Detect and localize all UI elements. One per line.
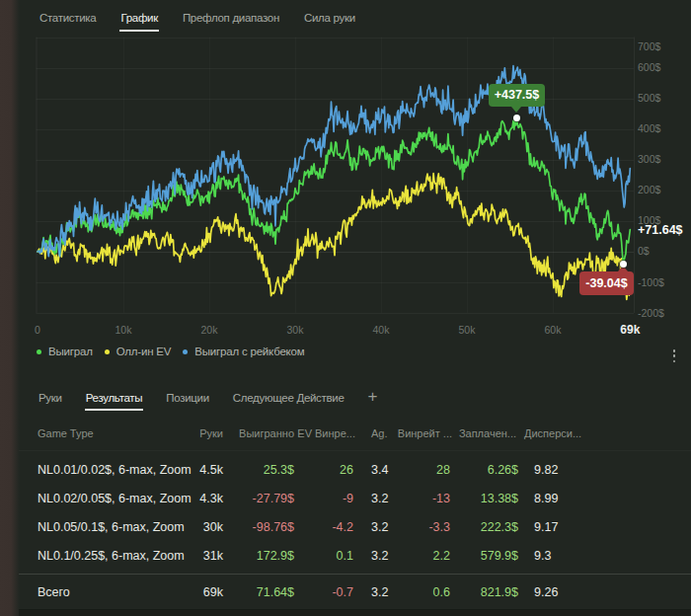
x-axis-label: 30k (287, 324, 304, 337)
y-axis-label: 600$ (638, 61, 660, 74)
results-tab-bar: РукиРезультатыПозицииСледующее Действие+ (38, 380, 378, 411)
window-bottom-edge (19, 609, 691, 616)
table-cell: -0.7 (274, 577, 353, 608)
kebab-menu-icon (673, 360, 676, 363)
legend-item-label: Выиграл (48, 346, 93, 357)
chart-legend: ВыигралОлл-ин EVВыиграл с рейкбеком (37, 342, 304, 361)
add-tab-button[interactable]: + (367, 380, 379, 411)
table-cell: 13.38$ (439, 485, 518, 513)
table-row[interactable]: NL0.1/0.25$, 6-max, Zoom31k172.9$0.13.22… (0, 542, 691, 571)
legend-item[interactable]: Выиграл (37, 346, 93, 357)
table-cell: -4.2 (274, 513, 353, 542)
legend-swatch-icon (183, 349, 188, 354)
poker-tracker-window: СтатистикаГрафикПрефлоп диапазонСила рук… (0, 0, 691, 616)
min-value-marker-dot (620, 261, 627, 268)
table-row[interactable]: NL0.01/0.02$, 6-max, Zoom4.5k25.3$263.42… (0, 456, 691, 485)
table-cell: 821.9$ (439, 577, 518, 608)
table-row[interactable]: NL0.02/0.05$, 6-max, Zoom4.3k-27.79$-93.… (0, 485, 691, 513)
legend-item-label: Выиграл с рейкбеком (194, 346, 304, 357)
x-axis-label: 40k (373, 324, 390, 337)
kebab-menu-icon (673, 349, 676, 352)
table-cell: 9.26 (534, 577, 613, 608)
table-total-row: Всего69k71.64$-0.73.20.6821.9$9.26 (0, 577, 691, 605)
legend-item-label: Олл-ин EV (116, 346, 172, 357)
y-axis-label: 0$ (638, 245, 650, 258)
x-axis-label: 50k (459, 324, 476, 337)
table-column-header[interactable]: EV Винре... (276, 420, 355, 447)
kebab-menu-icon (673, 354, 676, 357)
table-cell: 9.82 (534, 456, 613, 485)
table-cell: 0.1 (274, 542, 353, 571)
x-axis-label: 20k (201, 324, 218, 337)
results-tab-positions[interactable]: Позиции (165, 380, 210, 411)
series-line-allin-ev (38, 174, 630, 300)
y-axis-label: -200$ (638, 307, 664, 320)
x-cursor-label: 69k (620, 323, 640, 338)
table-cell: -9 (274, 485, 353, 513)
legend-swatch-icon (37, 349, 41, 354)
legend-swatch-icon (105, 349, 110, 354)
x-axis-label: 10k (115, 324, 132, 337)
y-axis-label: -100$ (638, 276, 664, 289)
max-value-badge: +437.5$ (489, 84, 545, 107)
y-axis-label: 500$ (638, 92, 660, 105)
legend-item[interactable]: Олл-ин EV (105, 346, 172, 357)
current-value-label: +71.64$ (638, 222, 683, 238)
table-cell: 579.9$ (439, 542, 518, 571)
y-axis-label: 300$ (638, 153, 660, 166)
results-tab-next-action[interactable]: Следующее Действие (232, 380, 346, 411)
table-cell: 9.17 (534, 513, 613, 542)
chart-menu-button[interactable] (670, 349, 678, 362)
min-value-badge: -39.04$ (579, 271, 634, 295)
table-column-header[interactable]: Заплачен... (437, 420, 516, 447)
max-value-marker-dot (513, 115, 520, 121)
max-badge-pointer (511, 107, 521, 113)
x-axis-label: 0 (35, 324, 40, 337)
x-axis-label: 60k (545, 324, 562, 337)
y-axis-label: 700$ (638, 40, 660, 53)
y-axis-label: 200$ (638, 184, 660, 196)
table-total-divider (19, 574, 691, 575)
legend-item[interactable]: Выиграл с рейкбеком (183, 346, 304, 357)
table-row[interactable]: NL0.05/0.1$, 6-max, Zoom30k-98.76$-4.23.… (0, 513, 691, 542)
results-tab-results[interactable]: Результаты (85, 380, 144, 411)
table-cell: 222.3$ (439, 513, 518, 542)
results-tab-hands[interactable]: Руки (38, 380, 63, 411)
y-axis-label: 400$ (638, 122, 660, 135)
table-cell: 26 (274, 456, 353, 485)
table-column-header[interactable]: Дисперси... (524, 420, 613, 447)
table-cell: 9.3 (534, 542, 613, 571)
table-cell: 8.99 (534, 485, 613, 513)
table-cell: 6.26$ (439, 456, 518, 485)
table-header-divider (19, 450, 691, 451)
